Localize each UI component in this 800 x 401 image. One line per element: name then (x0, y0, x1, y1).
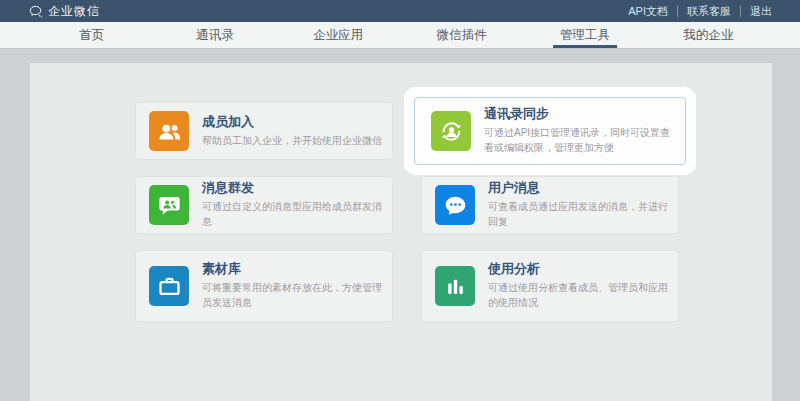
feature-cards-grid: 成员加入 帮助员工加入企业，并开始使用企业微信 通讯录同步 可通过API接口管理… (135, 102, 679, 322)
feature-card-message-broadcast[interactable]: 消息群发 可通过自定义的消息型应用给成员群发消息 (135, 176, 393, 234)
main-nav: 首页 通讯录 企业应用 微信插件 管理工具 我的企业 (0, 22, 800, 49)
content-panel: 成员加入 帮助员工加入企业，并开始使用企业微信 通讯录同步 可通过API接口管理… (30, 63, 772, 401)
nav-tab-my-enterprise[interactable]: 我的企业 (647, 22, 770, 48)
logo-text: 企业微信 (48, 3, 100, 20)
feature-card-user-message[interactable]: 用户消息 可查看成员通过应用发送的消息，并进行回复 (421, 176, 679, 234)
feature-card-members-join[interactable]: 成员加入 帮助员工加入企业，并开始使用企业微信 (135, 102, 393, 160)
nav-tab-home[interactable]: 首页 (30, 22, 153, 48)
feature-card-description: 可将重要常用的素材存放在此，方便管理员发送消息 (202, 280, 384, 311)
material-library-icon (149, 266, 189, 306)
feature-card-title: 通讯录同步 (484, 106, 677, 123)
feature-card-title: 素材库 (202, 261, 384, 278)
feature-card-description: 可通过使用分析查看成员、管理员和应用的使用情况 (488, 280, 670, 311)
feature-card-description: 可通过自定义的消息型应用给成员群发消息 (202, 199, 384, 230)
feature-card-material-library[interactable]: 素材库 可将重要常用的素材存放在此，方便管理员发送消息 (135, 250, 393, 322)
feature-card-title: 消息群发 (202, 180, 384, 197)
contact-support-link[interactable]: 联系客服 (677, 5, 740, 17)
members-join-icon (149, 111, 189, 151)
nav-tab-management-tools[interactable]: 管理工具 (523, 22, 646, 48)
nav-tab-contacts[interactable]: 通讯录 (153, 22, 276, 48)
feature-card-title: 使用分析 (488, 261, 670, 278)
nav-tab-enterprise-apps[interactable]: 企业应用 (277, 22, 400, 48)
nav-tab-label: 管理工具 (560, 27, 610, 44)
nav-tab-label: 企业应用 (313, 27, 363, 44)
api-docs-link[interactable]: API文档 (619, 5, 677, 17)
feature-card-title: 成员加入 (202, 114, 382, 131)
wechat-work-logo[interactable]: 企业微信 (28, 3, 100, 20)
topbar-links: API文档 联系客服 退出 (619, 5, 772, 17)
nav-tab-label: 我的企业 (683, 27, 733, 44)
logout-link[interactable]: 退出 (740, 5, 772, 17)
topbar: 企业微信 API文档 联系客服 退出 (0, 0, 800, 22)
nav-tab-wechat-plugins[interactable]: 微信插件 (400, 22, 523, 48)
message-broadcast-icon (149, 185, 189, 225)
feature-card-usage-analysis[interactable]: 使用分析 可通过使用分析查看成员、管理员和应用的使用情况 (421, 250, 679, 322)
active-tab-indicator (553, 45, 617, 48)
feature-card-description: 可通过API接口管理通讯录，同时可设置查看或编辑权限，管理更加方便 (484, 125, 677, 156)
nav-tab-label: 首页 (79, 27, 104, 44)
contacts-sync-icon (431, 111, 471, 151)
user-message-icon (435, 185, 475, 225)
nav-tab-label: 微信插件 (437, 27, 487, 44)
feature-card-contacts-sync[interactable]: 通讯录同步 可通过API接口管理通讯录，同时可设置查看或编辑权限，管理更加方便 (414, 97, 686, 165)
feature-card-description: 可查看成员通过应用发送的消息，并进行回复 (488, 199, 670, 230)
nav-tab-label: 通讯录 (196, 27, 234, 44)
wechat-work-bubble-icon (28, 4, 43, 19)
feature-card-title: 用户消息 (488, 180, 670, 197)
feature-card-description: 帮助员工加入企业，并开始使用企业微信 (202, 133, 382, 149)
usage-analysis-icon (435, 266, 475, 306)
